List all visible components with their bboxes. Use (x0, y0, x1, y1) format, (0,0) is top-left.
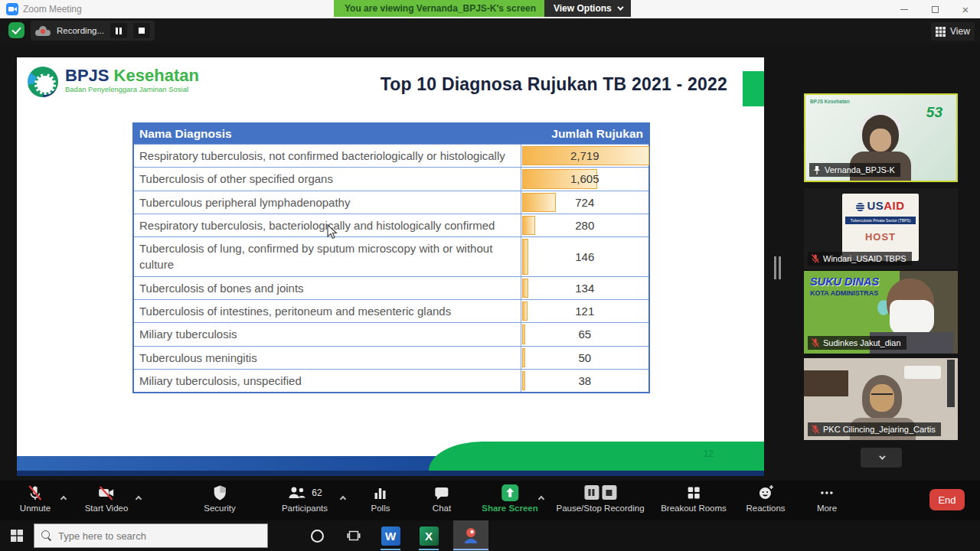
pause-recording-button[interactable] (110, 23, 127, 38)
value-cell: 65 (521, 323, 649, 346)
running-indicator (419, 549, 439, 551)
tile-bg-badge: 53 (926, 104, 942, 121)
shield-icon (212, 484, 227, 501)
value-cell: 121 (521, 300, 649, 323)
grid-view-icon (936, 27, 946, 37)
usaid-brand-us: US (867, 199, 884, 212)
video-tile-pkc[interactable]: PKC Cilincing_Jejaring_Cartis (804, 358, 958, 440)
mic-muted-icon (27, 484, 44, 501)
minimize-button[interactable] (890, 0, 919, 18)
value-label: 146 (521, 249, 649, 265)
start-video-button[interactable]: Start Video (85, 484, 129, 513)
participants-label: Participants (282, 504, 328, 513)
slide-title: Top 10 Diagnosa Rujukan TB 2021 - 2022 (381, 74, 727, 95)
view-label: View (950, 26, 970, 37)
slide-footer-wave-navy (17, 471, 764, 476)
mouse-cursor (327, 224, 338, 243)
value-label: 2,719 (521, 148, 649, 164)
value-label: 724 (521, 194, 649, 210)
windows-taskbar: W X 29°C (0, 520, 980, 551)
table-row: Tuberculous peripheral lymphadenopathy72… (133, 191, 649, 214)
chat-label: Chat (433, 504, 451, 513)
diagnosis-cell: Miliary tuberculosis, unspecified (133, 369, 521, 393)
breakout-rooms-button[interactable]: Breakout Rooms (661, 484, 727, 513)
view-layout-button[interactable]: View (931, 22, 975, 41)
column-header-diagnosis: Nama Diagnosis (133, 123, 521, 145)
share-options-caret[interactable] (539, 491, 544, 504)
close-button[interactable]: × (951, 0, 980, 18)
share-screen-button[interactable]: Share Screen (482, 484, 538, 513)
security-label: Security (204, 504, 236, 513)
usaid-seal-icon (856, 203, 864, 211)
collapse-video-strip-button[interactable] (861, 448, 902, 468)
active-app-taskbar-button[interactable] (453, 520, 488, 551)
value-label: 280 (521, 217, 649, 233)
more-label: More (817, 504, 837, 513)
chevron-down-icon (879, 453, 885, 459)
muted-mic-icon (812, 338, 819, 347)
unmute-label: Unmute (20, 504, 51, 513)
reactions-button[interactable]: Reactions (746, 484, 785, 513)
wall-frame-shape (947, 360, 955, 407)
view-options-button[interactable]: View Options (544, 0, 631, 17)
start-button[interactable] (0, 520, 34, 551)
diagnosis-cell: Tuberculosis of other specified organs (133, 168, 521, 191)
excel-taskbar-button[interactable]: X (412, 520, 446, 551)
participant-name-tag: Sudinkes Jakut_dian (808, 336, 906, 350)
shared-screen-slide: BPJS Kesehatan Badan Penyelenggara Jamin… (17, 57, 764, 476)
diagnosis-table: Nama Diagnosis Jumlah Rujukan Respirator… (132, 122, 650, 393)
view-options-label: View Options (554, 0, 612, 17)
maximize-button[interactable] (920, 0, 949, 18)
recording-label: Recording... (57, 26, 104, 35)
more-button[interactable]: More (817, 484, 837, 513)
maximize-icon (932, 6, 939, 13)
video-options-caret[interactable] (136, 491, 141, 504)
participants-button[interactable]: 62 Participants (282, 484, 328, 513)
video-tile-windari[interactable]: USAID Tuberculosis Private Sector (TBPS)… (804, 188, 958, 269)
slide-page-number: 12 (704, 448, 714, 459)
participant-name: Vernanda_BPJS-K (825, 165, 895, 174)
chat-button[interactable]: Chat (433, 484, 451, 513)
table-row: Tuberculosis of other specified organs1,… (133, 168, 649, 191)
search-input[interactable] (58, 530, 242, 542)
table-row: Respiratory tuberculosis, bacteriologica… (133, 214, 649, 236)
video-tile-sudinkes[interactable]: SUKU DINAS KOTA ADMINISTRAS Sudinkes Jak… (804, 271, 958, 354)
breakout-label: Breakout Rooms (661, 504, 727, 513)
breakout-rooms-icon (686, 485, 701, 500)
polls-button[interactable]: Polls (371, 484, 390, 513)
encryption-shield-icon[interactable] (8, 22, 24, 38)
participant-name: Windari_USAID TBPS (823, 254, 906, 263)
value-label: 38 (521, 373, 649, 389)
muted-mic-icon (812, 425, 819, 434)
security-button[interactable]: Security (204, 484, 236, 513)
participants-options-caret[interactable] (341, 491, 345, 504)
recording-indicator: Recording... (31, 21, 155, 41)
table-row: Respiratory tuberculosis, not confirmed … (133, 145, 649, 168)
running-indicator (453, 549, 488, 551)
diagnosis-cell: Tuberculosis of bones and joints (133, 276, 521, 299)
window-title: Zoom Meeting (23, 4, 82, 15)
diagnosis-cell: Tuberculous meningitis (133, 346, 521, 369)
tile-bg-text-2: KOTA ADMINISTRAS (810, 289, 878, 297)
cortana-button[interactable] (300, 520, 334, 551)
usaid-brand-aid: AID (884, 199, 904, 212)
video-tile-vernanda[interactable]: BPJS Kesehatan 53 Vernanda_BPJS-K (804, 93, 958, 182)
start-video-label: Start Video (85, 504, 129, 513)
reactions-icon (757, 484, 774, 500)
diagnosis-cell: Tuberculosis of intestines, peritoneum a… (133, 300, 521, 323)
table-row: Miliary tuberculosis65 (133, 323, 649, 346)
taskbar-search[interactable] (34, 523, 268, 548)
word-taskbar-button[interactable]: W (374, 520, 407, 551)
task-view-button[interactable] (337, 520, 371, 551)
task-view-icon (347, 530, 361, 542)
end-meeting-button[interactable]: End (929, 489, 965, 510)
unmute-button[interactable]: Unmute (20, 484, 51, 513)
value-label: 1,605 (521, 171, 649, 187)
diagnosis-cell: Miliary tuberculosis (133, 323, 521, 346)
stop-recording-button[interactable] (133, 23, 150, 38)
unmute-options-caret[interactable] (61, 491, 66, 504)
panel-resize-handle[interactable] (774, 256, 781, 279)
diagnosis-table-body: Respiratory tuberculosis, not confirmed … (133, 145, 649, 393)
more-icon (819, 485, 835, 500)
pause-stop-recording-button[interactable]: Pause/Stop Recording (556, 484, 644, 513)
